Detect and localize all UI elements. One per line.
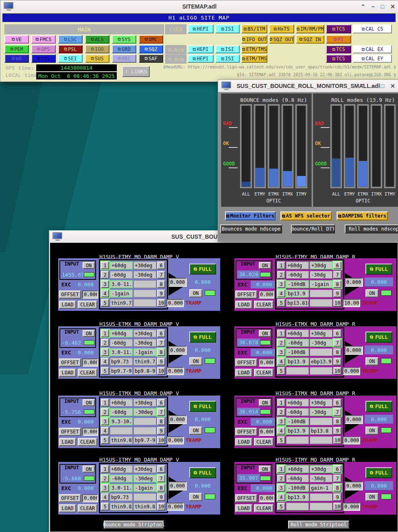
sitemap-button-isi[interactable]: ⧉ISI [215, 45, 240, 53]
filter-7-button[interactable]: 7 [157, 408, 165, 416]
full-button[interactable]: ⧉FULL [365, 264, 392, 275]
tramp-field[interactable]: 0.000 [343, 436, 360, 444]
button-bounces-mode-ndscope[interactable]: Bounces mode ndscope [220, 224, 282, 233]
filter-1-button[interactable]: 1 [277, 465, 285, 473]
sitemap-button-sqz[interactable]: ⧉SQZ [139, 45, 163, 53]
filter-5-button[interactable]: 5 [101, 503, 109, 510]
sitemap-button-als[interactable]: ⧉ALS [85, 35, 109, 44]
filter-3-button[interactable]: 3 [101, 418, 109, 425]
sitemap-button-cds[interactable]: ⧉CDS [31, 54, 56, 63]
filter-1-button[interactable]: 1 [101, 399, 109, 407]
filter-6-button[interactable]: 6 [157, 399, 165, 407]
sitemap-button-bs-itm[interactable]: ⧉BS/ITM [241, 24, 267, 33]
input-on-button[interactable]: ON [83, 399, 95, 406]
sitemap-button-pem[interactable]: ⧉PEM [4, 45, 29, 53]
filter-7-button[interactable]: 7 [333, 339, 341, 347]
filter-1-button[interactable]: 1 [277, 262, 285, 269]
sitemap-button-isi[interactable]: ⧉ISI [215, 55, 240, 63]
filter-4-button[interactable]: 4 [277, 358, 285, 365]
filter-8-button[interactable]: 8 [157, 418, 165, 425]
tramp-field[interactable]: 0.000 [343, 503, 360, 511]
filter-6-button[interactable]: 6 [333, 465, 341, 473]
load-button[interactable]: LOAD [59, 369, 76, 377]
sitemap-button-saf[interactable]: ⧉SAF [139, 54, 163, 63]
filter-10-button[interactable]: 10 [157, 436, 165, 444]
gain-field[interactable]: 0.000 [168, 278, 187, 287]
input-on-button[interactable]: ON [83, 330, 95, 337]
filter-8-button[interactable]: 8 [333, 484, 341, 492]
tramp-field[interactable]: 0.000 [343, 367, 360, 375]
offset-button[interactable]: OFFSET [59, 494, 81, 502]
filter-1-button[interactable]: 1 [101, 262, 109, 269]
minimize-icon[interactable]: – [372, 3, 375, 10]
filter-9-button[interactable]: 9 [333, 358, 341, 365]
offset-button[interactable]: OFFSET [59, 428, 81, 436]
filter-6-button[interactable]: 6 [157, 262, 165, 269]
filter-1-button[interactable]: 1 [277, 330, 285, 337]
filter-7-button[interactable]: 7 [157, 475, 165, 482]
sitemap-button-ve[interactable]: ⧉VE [4, 35, 29, 44]
filter-2-button[interactable]: 2 [101, 339, 109, 347]
titlebar-sitemap[interactable]: SITEMAP.adl ⌃ – □ ✕ [0, 0, 398, 13]
sitemap-button-hepi[interactable]: ⧉HEPI [188, 55, 214, 63]
filter-3-button[interactable]: 3 [277, 418, 285, 425]
sitemap-button-hxts[interactable]: ⧉HxTS [269, 24, 294, 33]
sitemap-button-tcs[interactable]: ⧉TCS [326, 55, 351, 63]
load-button[interactable]: LOAD [235, 504, 252, 512]
filter-9-button[interactable]: 9 [157, 493, 165, 501]
gain-field[interactable]: 0.000 [168, 415, 187, 424]
tramp-field[interactable]: 0.000 [166, 436, 184, 444]
full-button[interactable]: ⧉FULL [365, 332, 392, 343]
filter-4-button[interactable]: 4 [101, 358, 109, 365]
filter-8-button[interactable]: 8 [333, 418, 341, 425]
filter-5-button[interactable]: 5 [101, 367, 109, 375]
offset-button[interactable]: OFFSET [235, 290, 257, 299]
filter-3-button[interactable]: 3 [277, 280, 285, 288]
filter-1-button[interactable]: 1 [277, 399, 285, 407]
full-button[interactable]: ⧉FULL [189, 467, 216, 478]
filter-1-button[interactable]: 1 [101, 330, 109, 337]
filter-1-button[interactable]: 1 [101, 465, 109, 473]
filter-10-button[interactable]: 10 [333, 503, 341, 510]
rollup-icon[interactable]: ⌃ [361, 3, 365, 10]
filter-3-button[interactable]: 3 [101, 484, 109, 492]
filter-4-button[interactable]: 4 [277, 427, 285, 435]
full-button[interactable]: ⧉FULL [365, 401, 392, 412]
button-roll-mode-striptool[interactable]: Roll mode Striptool [288, 521, 349, 529]
offset-field[interactable]: 0.000 [82, 494, 98, 502]
input-on-button[interactable]: ON [259, 399, 271, 406]
filter-8-button[interactable]: 8 [157, 280, 165, 288]
sitemap-button-sus[interactable]: ⧉SUS [85, 54, 109, 63]
offset-button[interactable]: OFFSET [59, 358, 81, 367]
sitemap-button-ops[interactable]: ⧉OPS [31, 45, 56, 53]
offset-button[interactable]: OFFSET [235, 428, 257, 436]
offset-field[interactable]: 0.000 [258, 290, 274, 299]
filter-2-button[interactable]: 2 [101, 271, 109, 279]
full-button[interactable]: ⧉FULL [189, 264, 216, 275]
load-button[interactable]: LOAD [235, 301, 252, 309]
filter-7-button[interactable]: 7 [333, 271, 341, 279]
gain-field[interactable]: 0.000 [168, 346, 187, 355]
filter-8-button[interactable]: 8 [157, 348, 165, 356]
filter-6-button[interactable]: 6 [333, 262, 341, 269]
sitemap-button-isi[interactable]: ⧉ISI [215, 24, 240, 33]
input-on-button[interactable]: ON [259, 330, 271, 337]
filter-7-button[interactable]: 7 [333, 475, 341, 482]
gain-field[interactable]: 0.000 [345, 415, 363, 424]
sitemap-button-sqz-out[interactable]: ⧉SQZ OUT [269, 35, 294, 44]
filter-6-button[interactable]: 6 [157, 465, 165, 473]
output-on-button[interactable]: ON [189, 289, 202, 297]
filter-2-button[interactable]: 2 [101, 408, 109, 416]
offset-field[interactable]: 0.000 [82, 358, 98, 367]
sitemap-button-tcs[interactable]: ⧉TCS [326, 45, 351, 53]
offset-button[interactable]: OFFSET [235, 358, 257, 367]
offset-field[interactable]: 0.000 [258, 358, 274, 367]
filter-7-button[interactable]: 7 [157, 271, 165, 279]
button-roll-modes-ndscope[interactable]: Roll modes ndscope [345, 224, 398, 233]
sitemap-button-im-rm-pm[interactable]: ⧉IM/RM/PM [296, 24, 324, 33]
clear-button[interactable]: CLEAR [78, 301, 97, 309]
filter-3-button[interactable]: 3 [277, 348, 285, 356]
output-on-button[interactable]: ON [365, 357, 378, 365]
button-damping-filters[interactable]: ⧉DAMPING filters [337, 211, 388, 220]
filter-2-button[interactable]: 2 [277, 408, 285, 416]
